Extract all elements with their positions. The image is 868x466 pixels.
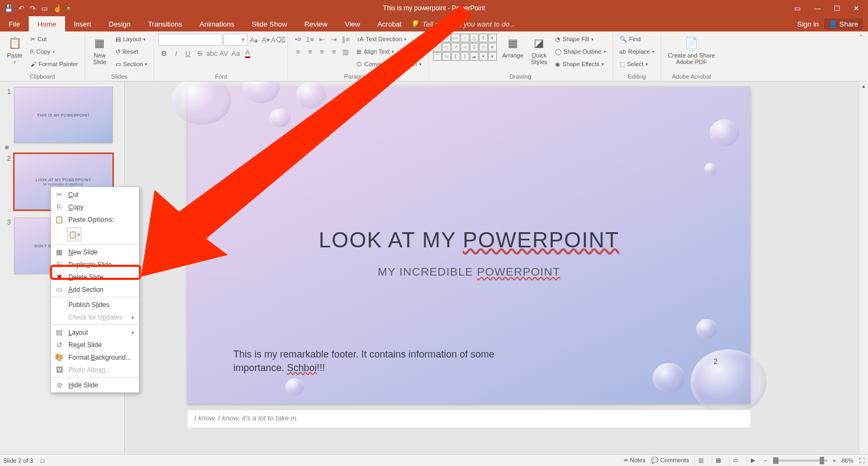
tab-file[interactable]: File <box>0 16 29 31</box>
shadow-icon[interactable]: abc <box>206 48 217 59</box>
inc-indent-icon[interactable]: ⇥ <box>328 34 339 44</box>
sign-in-link[interactable]: Sign in <box>797 20 819 28</box>
increase-font-icon[interactable]: A▴ <box>248 34 259 45</box>
zoom-in-icon[interactable]: + <box>833 457 836 464</box>
italic-icon[interactable]: I <box>170 48 181 59</box>
cut-button[interactable]: ✂Cut <box>28 34 80 44</box>
tab-home[interactable]: Home <box>29 16 65 31</box>
underline-icon[interactable]: U <box>182 48 193 59</box>
ctx-layout[interactable]: ▤Layout▸ <box>51 326 139 339</box>
justify-icon[interactable]: ≡ <box>328 46 339 57</box>
vertical-scrollbar[interactable]: ▲ <box>859 81 868 454</box>
ctx-publish-slides[interactable]: Publish Slides <box>51 298 139 311</box>
bullets-icon[interactable]: •≡ <box>292 34 303 44</box>
ctx-duplicate-slide[interactable]: ⎘Duplicate Slide <box>51 258 139 271</box>
copy-button[interactable]: ⎘Copy▾ <box>28 46 80 57</box>
touch-mode-icon[interactable]: ☝ <box>53 4 62 12</box>
adobe-pdf-button[interactable]: 📄Create and Share Adobe PDF <box>666 34 717 66</box>
slideshow-view-icon[interactable]: ▶ <box>746 456 758 465</box>
ctx-new-slide[interactable]: ▦New Slide <box>51 246 139 258</box>
font-size-combo[interactable]: ▾ <box>224 34 247 46</box>
scroll-up-icon[interactable]: ▲ <box>859 81 868 91</box>
zoom-level[interactable]: 86% <box>841 457 853 464</box>
strike-icon[interactable]: S <box>194 48 205 59</box>
ctx-copy[interactable]: ⎘Copy <box>51 201 139 213</box>
shape-fill-button[interactable]: ◔Shape Fill▾ <box>553 34 608 44</box>
qat-more-icon[interactable]: ▾ <box>67 5 70 11</box>
paste-keep-formatting[interactable]: 📋A <box>67 227 81 241</box>
notes-pane[interactable]: I know, I know, it's a lot to take in. <box>188 409 750 427</box>
normal-view-icon[interactable]: ▥ <box>694 456 706 465</box>
status-spellcheck-icon[interactable]: □ <box>41 457 44 464</box>
ctx-delete-slide[interactable]: ✖Delete Slide <box>51 271 139 283</box>
ctx-cut[interactable]: ✂Cut <box>51 188 139 201</box>
collapse-ribbon-icon[interactable]: ⌃ <box>854 31 868 81</box>
numbering-icon[interactable]: 1≡ <box>304 34 315 44</box>
slide-footer[interactable]: This is my remarkable footer. It contain… <box>233 348 537 374</box>
new-slide-button[interactable]: ▦ New Slide <box>90 34 110 66</box>
case-icon[interactable]: Aa <box>230 48 241 59</box>
maximize-icon[interactable]: ☐ <box>834 4 840 12</box>
tab-insert[interactable]: Insert <box>65 16 100 31</box>
columns-icon[interactable]: ▥ <box>340 46 351 57</box>
save-icon[interactable]: 💾 <box>4 4 13 12</box>
reading-view-icon[interactable]: ▭ <box>729 456 741 465</box>
tab-animations[interactable]: Animations <box>191 16 243 31</box>
ctx-reset-slide[interactable]: ↺Reset Slide <box>51 339 139 351</box>
bold-icon[interactable]: B <box>158 48 169 59</box>
find-button[interactable]: 🔍Find <box>617 34 657 44</box>
shape-effects-button[interactable]: ◉Shape Effects▾ <box>553 59 608 69</box>
layout-button[interactable]: ▤Layout▾ <box>113 34 150 44</box>
comments-button[interactable]: 💬 Comments <box>651 457 689 464</box>
redo-icon[interactable]: ↷ <box>30 4 36 12</box>
paste-button[interactable]: 📋 Paste ▾ <box>4 34 25 66</box>
undo-icon[interactable]: ↶ <box>18 4 24 12</box>
zoom-out-icon[interactable]: − <box>764 457 767 464</box>
shape-outline-button[interactable]: ◯Shape Outline▾ <box>553 46 608 57</box>
replace-button[interactable]: abReplace▾ <box>617 46 657 57</box>
ctx-format-background[interactable]: 🎨Format Background... <box>51 351 139 363</box>
align-text-button[interactable]: ⊞Align Text▾ <box>354 46 423 57</box>
quick-styles-button[interactable]: ◪Quick Styles <box>529 34 550 66</box>
shapes-gallery[interactable]: ╲▭▭○△⇧▾ ⬡◇↗⇨⇩☆▾ ⌒∿{}☁✦▾ <box>433 34 497 61</box>
format-painter-button[interactable]: 🖌Format Painter <box>28 59 80 69</box>
close-icon[interactable]: ✕ <box>853 4 859 12</box>
slide[interactable]: LOOK AT MY POWERPOINT MY INCREDIBLE POWE… <box>188 87 750 404</box>
zoom-slider[interactable] <box>773 459 827 462</box>
align-center-icon[interactable]: ≡ <box>304 46 315 57</box>
tab-acrobat[interactable]: Acrobat <box>369 16 411 31</box>
reset-button[interactable]: ↺Reset <box>113 46 150 57</box>
fit-to-window-icon[interactable]: ⛶ <box>859 457 865 464</box>
smartart-button[interactable]: ⬡Convert to SmartArt▾ <box>354 59 423 69</box>
tab-review[interactable]: Review <box>296 16 336 31</box>
sorter-view-icon[interactable]: ▦ <box>712 456 724 465</box>
line-spacing-icon[interactable]: ‖≡ <box>340 34 351 44</box>
tab-view[interactable]: View <box>336 16 369 31</box>
tab-transitions[interactable]: Transitions <box>139 16 191 31</box>
spacing-icon[interactable]: AV <box>218 48 229 59</box>
notes-button[interactable]: ≐ Notes <box>623 457 646 464</box>
share-button[interactable]: 👤Share <box>824 18 863 30</box>
slide-title[interactable]: LOOK AT MY POWERPOINT <box>319 228 620 252</box>
decrease-font-icon[interactable]: A▾ <box>260 34 271 45</box>
start-from-beginning-icon[interactable]: ▭ <box>41 4 48 12</box>
clear-format-icon[interactable]: A⌫ <box>272 34 283 45</box>
tab-slideshow[interactable]: Slide Show <box>243 16 296 31</box>
font-color-icon[interactable]: A <box>242 48 253 59</box>
thumbnail-1[interactable]: 1 THIS IS MY POWERPOINT <box>0 85 124 149</box>
tab-design[interactable]: Design <box>100 16 139 31</box>
section-button[interactable]: ▭Section▾ <box>113 59 150 69</box>
align-right-icon[interactable]: ≡ <box>316 46 327 57</box>
tell-me[interactable]: 💡 Tell me what you want to do... <box>410 16 515 31</box>
select-button[interactable]: ⬚Select▾ <box>617 59 657 69</box>
ctx-add-section[interactable]: ▭Add Section <box>51 283 139 296</box>
arrange-button[interactable]: ▦Arrange <box>500 34 526 60</box>
text-direction-button[interactable]: ↕AText Direction▾ <box>354 34 423 44</box>
display-options-icon[interactable]: ▭ <box>794 4 801 12</box>
dec-indent-icon[interactable]: ⇤ <box>316 34 327 44</box>
minimize-icon[interactable]: — <box>814 4 821 12</box>
font-name-combo[interactable] <box>158 34 222 46</box>
slide-subtitle[interactable]: MY INCREDIBLE POWERPOINT <box>378 265 560 278</box>
ctx-hide-slide[interactable]: ⊘Hide Slide <box>51 379 139 391</box>
align-left-icon[interactable]: ≡ <box>292 46 303 57</box>
